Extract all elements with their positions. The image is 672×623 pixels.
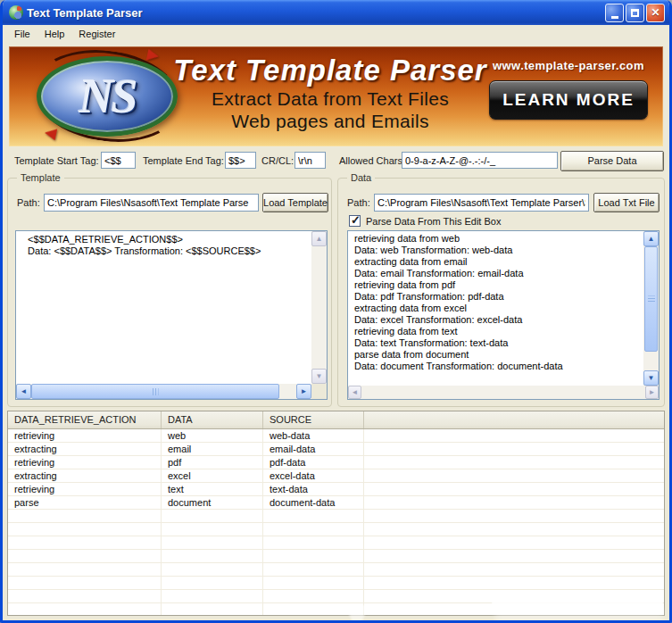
template-group-title: Template — [17, 172, 64, 183]
table-cell: text — [162, 483, 263, 495]
template-path-input[interactable] — [44, 194, 259, 212]
table-row-empty[interactable] — [8, 577, 664, 590]
column-header-DATA_RETRIEVE_ACTION[interactable]: DATA_RETRIEVE_ACTION — [8, 411, 162, 428]
table-cell: extracting — [8, 469, 162, 482]
parse-edit-box-checkbox[interactable] — [349, 215, 361, 227]
maximize-button[interactable] — [626, 4, 644, 22]
table-row-empty[interactable] — [8, 536, 664, 550]
template-vscrollbar[interactable]: ▲ ▼ — [311, 231, 327, 384]
column-header-empty[interactable] — [364, 411, 664, 428]
table-cell — [8, 577, 162, 589]
table-row[interactable]: extractingexcelexcel-data — [8, 469, 664, 483]
template-content: <$$DATA_RETRIEVE_ACTION$$> Data: <$$DATA… — [16, 231, 311, 384]
template-line: <$$DATA_RETRIEVE_ACTION$$> — [22, 234, 311, 245]
table-cell — [364, 469, 664, 482]
table-cell: email — [162, 443, 263, 455]
table-row[interactable]: retrievingwebweb-data — [8, 429, 664, 443]
close-button[interactable]: ✕ — [646, 4, 665, 22]
table-cell — [364, 496, 664, 509]
table-cell — [162, 563, 263, 576]
end-tag-label: Template End Tag: — [143, 155, 224, 166]
results-body: retrievingwebweb-dataextractingemailemai… — [8, 429, 664, 616]
logo-arrow-down-icon — [44, 127, 57, 140]
table-cell — [162, 550, 263, 562]
scroll-up-icon[interactable]: ▲ — [311, 231, 327, 246]
allowed-chars-label: Allowed Chars: — [339, 155, 405, 166]
table-row-empty[interactable] — [8, 563, 664, 577]
menu-item-register[interactable]: Register — [71, 27, 122, 41]
data-line: retrieving data from text — [354, 326, 643, 337]
results-table: DATA_RETRIEVE_ACTIONDATASOURCE retrievin… — [7, 411, 665, 616]
scroll-thumb[interactable] — [644, 246, 658, 352]
table-row[interactable]: parsedocumentdocument-data — [8, 496, 664, 510]
minimize-icon — [611, 16, 618, 19]
table-row-empty[interactable] — [8, 590, 664, 603]
data-hscrollbar[interactable]: ◄ ► — [348, 386, 659, 399]
website-link[interactable]: www.template-parser.com — [479, 59, 658, 72]
scroll-right-icon[interactable]: ► — [645, 386, 659, 399]
data-line: Data: text Transformation: text-data — [354, 337, 643, 349]
table-cell — [162, 590, 263, 602]
start-tag-input[interactable] — [101, 152, 136, 169]
learn-more-button[interactable]: LEARN MORE — [489, 80, 648, 120]
load-template-button[interactable]: Load Template — [262, 193, 328, 212]
table-cell — [364, 443, 664, 455]
data-path-input[interactable] — [374, 194, 589, 212]
table-cell: document — [162, 496, 263, 509]
table-cell: excel-data — [263, 469, 364, 482]
data-group-title: Data — [347, 172, 375, 183]
table-row-empty[interactable] — [8, 523, 664, 536]
data-line: Data: pdf Transformation: pdf-data — [354, 291, 643, 303]
table-row[interactable]: extractingemailemail-data — [8, 443, 664, 456]
table-cell — [8, 550, 162, 562]
table-row[interactable]: retrievingpdfpdf-data — [8, 456, 664, 469]
data-line: extracting data from excel — [354, 303, 643, 314]
table-cell — [263, 603, 364, 616]
thumb-grip — [153, 388, 159, 395]
table-row-empty[interactable] — [8, 603, 664, 616]
table-cell — [263, 523, 364, 536]
scroll-right-icon[interactable]: ► — [296, 384, 311, 399]
data-content: retrieving data from webData: web Transf… — [348, 231, 643, 386]
data-line: Data: excel Transformation: excel-data — [354, 314, 643, 326]
data-vscrollbar[interactable]: ▲ ▼ — [643, 231, 659, 386]
template-hscrollbar[interactable]: ◄ ► — [16, 384, 311, 399]
minimize-button[interactable] — [605, 4, 624, 22]
scroll-left-icon[interactable]: ◄ — [16, 384, 31, 399]
table-cell — [364, 590, 664, 602]
scroll-down-icon[interactable]: ▼ — [311, 369, 327, 384]
table-row-empty[interactable] — [8, 550, 664, 563]
data-editbox[interactable]: retrieving data from webData: web Transf… — [347, 230, 660, 400]
column-header-SOURCE[interactable]: SOURCE — [263, 411, 364, 428]
table-cell — [8, 523, 162, 536]
load-txt-file-button[interactable]: Load Txt File — [593, 193, 660, 212]
table-row-empty[interactable] — [8, 510, 664, 523]
template-editbox[interactable]: <$$DATA_RETRIEVE_ACTION$$> Data: <$$DATA… — [15, 230, 328, 400]
table-cell: web-data — [263, 429, 364, 442]
parse-data-button[interactable]: Parse Data — [560, 151, 664, 171]
scroll-left-icon[interactable]: ◄ — [348, 386, 361, 399]
logo-text: NS — [79, 69, 135, 124]
menu-item-file[interactable]: File — [7, 27, 37, 41]
scroll-up-icon[interactable]: ▲ — [643, 231, 659, 246]
table-row[interactable]: retrievingtexttext-data — [8, 483, 664, 496]
title-bar[interactable]: Text Template Parser ✕ — [3, 0, 669, 25]
banner-title: Text Template Parser — [143, 54, 518, 87]
column-header-DATA[interactable]: DATA — [162, 411, 263, 428]
table-cell — [364, 456, 664, 469]
end-tag-input[interactable] — [225, 152, 256, 169]
start-tag-label: Template Start Tag: — [14, 155, 99, 166]
table-cell — [162, 510, 263, 522]
scroll-thumb[interactable] — [31, 384, 279, 399]
allowed-chars-input[interactable] — [402, 152, 558, 169]
table-cell — [162, 523, 263, 536]
table-cell: document-data — [263, 496, 364, 509]
scroll-down-icon[interactable]: ▼ — [643, 370, 659, 386]
crcl-input[interactable] — [295, 152, 326, 169]
menu-item-help[interactable]: Help — [37, 27, 72, 41]
table-cell — [8, 563, 162, 576]
scroll-track — [643, 352, 659, 370]
table-cell — [364, 536, 664, 549]
data-line: extracting data from email — [354, 256, 643, 268]
results-header: DATA_RETRIEVE_ACTIONDATASOURCE — [8, 411, 664, 429]
